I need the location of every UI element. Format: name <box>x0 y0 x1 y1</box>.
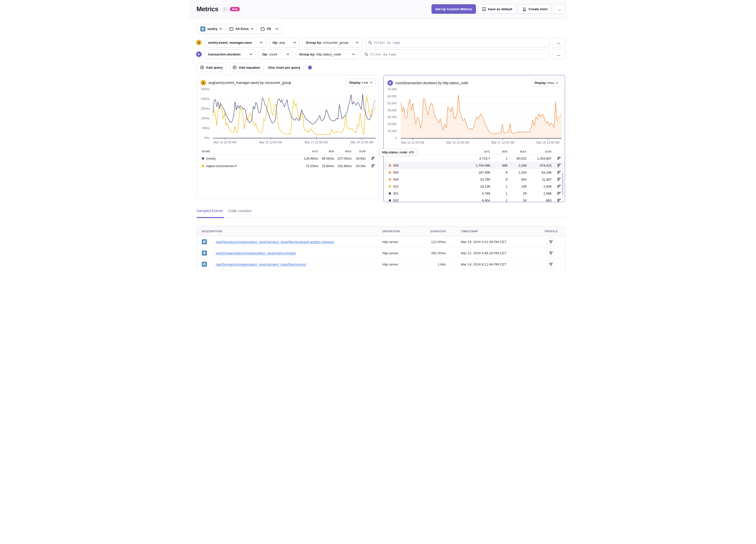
chart-card-b-header: b count(transaction.duration) by http.st… <box>387 79 561 87</box>
chart-title-a: avg(sentry.event_manager.save) by consum… <box>209 81 344 85</box>
setup-custom-metrics-button[interactable]: Set Up Custom Metrics <box>431 4 476 14</box>
focus-series-icon[interactable] <box>557 185 561 188</box>
siren-icon <box>522 7 527 11</box>
tag-filter-input-b[interactable] <box>370 52 546 56</box>
chevron-down-icon <box>370 82 373 83</box>
plus-circle-icon <box>233 65 237 69</box>
y-tick-label: 20,000 <box>385 122 397 126</box>
query-more-button-b[interactable]: … <box>552 49 565 59</box>
add-query-button[interactable]: Add query <box>197 63 226 72</box>
x-tick-label: Mar 15 12:00 AM <box>446 141 469 144</box>
one-chart-per-query-toggle[interactable] <box>303 65 312 70</box>
table-row[interactable]: 5026.904134863 <box>384 197 565 202</box>
tag-filter-input-a[interactable] <box>374 41 546 44</box>
display-select-b[interactable]: Display: Area <box>532 79 561 87</box>
event-timestamp: Mar 12, 2024 9:48:29 PM CET <box>452 251 535 255</box>
event-row: /api/0/projects/{organization_slug}/{pro… <box>197 236 565 248</box>
table-row[interactable]: ingest-occurrences-0 72.23ms15.84ms231.8… <box>197 162 379 170</box>
metric-select-b[interactable]: transaction.duration <box>205 49 256 59</box>
chevron-down-icon <box>352 53 355 55</box>
chart-card-b: b count(transaction.duration) by http.st… <box>383 75 565 202</box>
table-row[interactable]: 3,723.7180,0321,254,887 <box>384 155 565 162</box>
event-description-link[interactable]: /api/0/organizations/{organization_slug}… <box>216 251 296 255</box>
x-tick-label: Mar 17 12:00 AM <box>305 141 328 144</box>
query-row-b: b transaction.duration Op: count Group b… <box>196 49 565 59</box>
focus-series-icon[interactable] <box>557 164 561 167</box>
y-tick-label: 70,000 <box>385 88 397 91</box>
table-row[interactable]: 3014.7691291,588 <box>384 190 565 197</box>
line-chart <box>213 89 376 140</box>
page-filter-bar: sentry All Envs 7D <box>197 24 282 34</box>
events-table-body: /api/0/projects/{organization_slug}/{pro… <box>197 236 565 272</box>
query-actions: Add query Add equation One chart per que… <box>197 63 312 72</box>
event-description-link[interactable]: /api/0/projects/{organization_slug}/{pro… <box>216 240 334 244</box>
chevron-down-icon <box>276 28 278 30</box>
toggle-knob <box>308 66 312 69</box>
profile-button[interactable] <box>547 272 555 272</box>
event-description-link[interactable]: /api/0/projects/{organization_slug}/{pro… <box>216 263 306 266</box>
calendar-icon <box>261 27 265 31</box>
event-timestamp: Mar 14, 2024 8:12:46 PM CET <box>452 263 535 266</box>
focus-series-icon[interactable] <box>557 178 561 181</box>
profile-flamegraph-icon <box>549 240 553 244</box>
header-more-button[interactable]: … <box>554 4 565 14</box>
table-row[interactable]: 42218.13611492,938 <box>384 183 565 190</box>
table-scrollbar[interactable] <box>562 173 563 195</box>
focus-series-icon[interactable] <box>557 199 561 202</box>
profile-flamegraph-icon <box>549 251 553 255</box>
date-range-selector[interactable]: 7D <box>257 24 282 33</box>
one-chart-per-query-label: One chart per query <box>268 66 300 69</box>
search-icon <box>368 41 372 44</box>
table-header: NAMEAVGMINMAXSUM <box>197 148 379 155</box>
create-alert-button[interactable]: Create Alert <box>518 4 551 14</box>
page-title: Metrics <box>197 5 219 13</box>
profile-button[interactable] <box>547 260 555 268</box>
display-select-a[interactable]: Display: Line <box>346 79 376 87</box>
python-platform-icon <box>202 262 207 267</box>
series-summary-table-b: NAMEAVGMINMAXSUM 3,723.7180,0321,254,887… <box>384 148 565 202</box>
group-by-select-b[interactable]: Group by: http.status_code <box>296 49 358 59</box>
x-axis-labels: Mar 13 12:00 AMMar 15 12:00 AMMar 17 12:… <box>198 141 376 145</box>
series-color-dot <box>389 199 391 202</box>
focus-series-icon[interactable] <box>557 171 561 174</box>
focus-series-icon[interactable] <box>372 164 375 168</box>
table-row[interactable]: 50433.789940311,387 <box>384 176 565 183</box>
chart-plot-a[interactable]: 250ms200ms150ms100ms50ms0ms Mar 13 12:00… <box>198 88 376 146</box>
event-operation: http.server <box>382 240 422 244</box>
query-more-button-a[interactable]: … <box>552 38 565 47</box>
series-summary-table-a: NAMEAVGMINMAXSUM (none) 129.46ms69.55ms2… <box>197 148 379 170</box>
series-color-dot <box>389 171 391 174</box>
x-axis-labels: Mar 13 12:00 AMMar 15 12:00 AMMar 17 12:… <box>385 141 562 145</box>
add-equation-button[interactable]: Add equation <box>229 63 264 72</box>
focus-series-icon[interactable] <box>372 157 375 160</box>
help-icon[interactable]: ? <box>223 7 227 11</box>
table-row[interactable]: 500187.49691,25463,186 <box>384 169 565 176</box>
x-tick-label: Mar 19 12:00 AM <box>536 141 559 144</box>
profile-button[interactable] <box>547 249 555 257</box>
save-as-default-button[interactable]: Save as default <box>478 4 516 14</box>
event-row: /api/0/organizations/{organization_slug}… <box>197 270 565 272</box>
table-row[interactable]: (none) 129.46ms69.55ms227.03ms43.63s <box>197 155 379 162</box>
profile-flamegraph-icon <box>549 262 553 266</box>
op-select-b[interactable]: Op: count <box>259 49 293 59</box>
table-row[interactable]: 4051,704.4968862,249574,415 <box>384 162 565 169</box>
series-color-dot <box>389 164 391 167</box>
event-timestamp: Mar 15, 2024 4:31:39 PM CET <box>452 240 535 244</box>
metric-select-a[interactable]: sentry.event_manager.save <box>205 38 266 47</box>
focus-series-icon[interactable] <box>557 192 561 195</box>
chart-badge-b: b <box>387 80 393 86</box>
tab-code-location[interactable]: Code Location <box>228 209 252 213</box>
event-operation: http.server <box>382 263 422 266</box>
chart-plot-b[interactable]: 70,00060,00050,00040,00030,00020,00010,0… <box>385 88 562 146</box>
tab-sampled-events[interactable]: Sampled Events <box>197 209 223 213</box>
group-by-select-a[interactable]: Group by: consumer_group <box>303 38 362 47</box>
environment-selector[interactable]: All Envs <box>226 24 257 33</box>
chevron-down-icon <box>556 82 558 84</box>
project-selector[interactable]: sentry <box>197 24 226 33</box>
op-select-a[interactable]: Op: avg <box>269 38 300 47</box>
environments-icon <box>229 27 233 31</box>
focus-series-icon[interactable] <box>557 157 561 160</box>
profile-button[interactable] <box>547 238 555 246</box>
chevron-down-icon <box>250 53 252 55</box>
chart-badge-a: a <box>201 80 206 85</box>
